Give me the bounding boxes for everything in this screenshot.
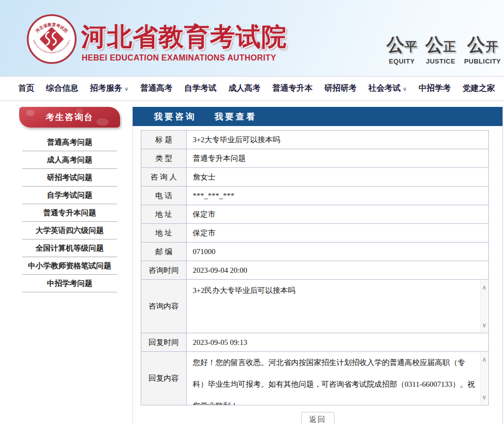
row-label: 地 址 — [141, 205, 187, 224]
nav-item-label: 普通高考 — [140, 84, 173, 92]
sidebar-menu: 普通高考问题成人高考问题研招考试问题自学考试问题普通专升本问题大学英语四六级问题… — [19, 134, 120, 292]
row-label: 电 话 — [141, 187, 187, 205]
nav-item-1[interactable]: 综合信息 — [46, 83, 78, 94]
tab-1[interactable]: 我要查看 — [214, 111, 257, 123]
scroll-area[interactable]: 您好！您的留言收悉。河北省内按国家招生计划招收入学的普通高校应届高职（专科）毕业… — [187, 352, 488, 405]
table-row: 咨询时间2023-09-04 20:00 — [141, 261, 489, 280]
slogan-2: 公正JUSTICE — [425, 36, 456, 65]
sidebar-item-2[interactable]: 研招考试问题 — [22, 169, 117, 187]
sidebar-item-1[interactable]: 成人高考问题 — [22, 151, 117, 169]
nav-item-label: 中招学考 — [419, 84, 451, 92]
row-label: 咨询时间 — [141, 261, 187, 280]
row-label: 咨询内容 — [141, 280, 187, 333]
nav-item-label: 社会考试 — [368, 84, 401, 92]
nav-item-10[interactable]: 党建之家 — [463, 83, 495, 94]
main-panel: 我要咨询我要查看 标 题3+2大专毕业后可以接本吗类 型普通专升本问题咨 询 人… — [132, 107, 503, 424]
slogan-cn-char: 公 — [425, 34, 443, 55]
nav-item-6[interactable]: 普通专升本 — [272, 83, 313, 94]
table-row: 地 址保定市 — [141, 205, 489, 224]
row-label: 类 型 — [141, 149, 187, 168]
scroll-up-icon[interactable]: ∧ — [481, 356, 488, 362]
row-label: 标 题 — [141, 131, 187, 149]
scroll-area[interactable]: 3+2民办大专毕业后可以接本吗∧∨ — [187, 280, 488, 333]
row-label: 回复内容 — [141, 352, 187, 405]
slogan-1: 公平EQUITY — [386, 36, 417, 65]
row-value: 3+2大专毕业后可以接本吗 — [187, 131, 489, 149]
slogan-cn-char: 正 — [443, 39, 456, 53]
sidebar-item-0[interactable]: 普通高考问题 — [22, 134, 117, 151]
slogan-en: EQUITY — [386, 57, 417, 65]
sidebar: 考生咨询台 普通高考问题成人高考问题研招考试问题自学考试问题普通专升本问题大学英… — [19, 107, 120, 292]
nav-item-8[interactable]: 社会考试∨ — [368, 83, 407, 94]
site-header: 河北省教育考试院 HEBEI EDUCATION EXAMINATIONS AU… — [0, 0, 504, 76]
nav-item-label: 普通专升本 — [272, 84, 313, 92]
row-value-cell: 您好！您的留言收悉。河北省内按国家招生计划招收入学的普通高校应届高职（专科）毕业… — [187, 352, 489, 405]
scroll-up-icon[interactable]: ∧ — [481, 284, 488, 290]
table-row: 类 型普通专升本问题 — [141, 149, 489, 168]
row-value: 保定市 — [187, 205, 489, 224]
site-logo-seal[interactable]: 河北省教育考试院 HEBEI EDUCATION EXAMINATIONS AU… — [26, 14, 77, 65]
slogan-cn-char: 公 — [467, 34, 485, 55]
table-row: 地 址保定市 — [141, 224, 489, 243]
nav-item-7[interactable]: 研招研考 — [324, 83, 357, 94]
slogan-en: PUBLICITY — [464, 57, 501, 65]
nav-item-2[interactable]: 招考服务∨ — [90, 83, 129, 94]
row-label: 邮 编 — [141, 243, 187, 261]
scrollbar[interactable]: ∧∨ — [480, 280, 488, 332]
row-label: 回复时间 — [141, 333, 187, 352]
slogan-cn: 公平 — [386, 36, 417, 57]
nav-item-9[interactable]: 中招学考 — [419, 83, 451, 94]
row-label: 地 址 — [141, 224, 187, 243]
nav-item-label: 研招研考 — [324, 84, 357, 92]
sidebar-item-3[interactable]: 自学考试问题 — [22, 187, 117, 204]
table-row: 回复时间2023-09-05 09:13 — [141, 333, 489, 352]
slogan-en: JUSTICE — [425, 57, 456, 65]
scroll-down-icon[interactable]: ∨ — [481, 322, 488, 328]
chevron-down-icon: ∨ — [403, 86, 407, 92]
sidebar-item-4[interactable]: 普通专升本问题 — [22, 204, 117, 222]
consultation-detail-table: 标 题3+2大专毕业后可以接本吗类 型普通专升本问题咨 询 人詹女士电 话***… — [141, 130, 489, 405]
detail-table-body: 标 题3+2大专毕业后可以接本吗类 型普通专升本问题咨 询 人詹女士电 话***… — [141, 131, 489, 405]
slogan-group: 公平EQUITY公正JUSTICE公开PUBLICITY — [386, 36, 501, 65]
nav-item-label: 综合信息 — [46, 84, 78, 92]
page: 河北省教育考试院 HEBEI EDUCATION EXAMINATIONS AU… — [0, 0, 504, 424]
sidebar-item-5[interactable]: 大学英语四六级问题 — [22, 222, 117, 239]
chevron-down-icon: ∨ — [125, 86, 129, 92]
sidebar-item-7[interactable]: 中小学教师资格笔试问题 — [22, 257, 117, 275]
nav-item-label: 党建之家 — [463, 84, 495, 92]
sidebar-title: 考生咨询台 — [19, 107, 120, 128]
row-value: 您好！您的留言收悉。河北省内按国家招生计划招收入学的普通高校应届高职（专科）毕业… — [187, 352, 480, 405]
nav-item-0[interactable]: 首页 — [18, 83, 34, 94]
nav-item-5[interactable]: 成人高考 — [228, 83, 260, 94]
table-row: 回复内容您好！您的留言收悉。河北省内按国家招生计划招收入学的普通高校应届高职（专… — [141, 352, 489, 405]
scroll-down-icon[interactable]: ∨ — [481, 394, 488, 400]
slogan-cn-char: 公 — [386, 34, 405, 55]
row-value: 3+2民办大专毕业后可以接本吗 — [187, 280, 480, 333]
nav-item-3[interactable]: 普通高考 — [140, 83, 173, 94]
scrollbar[interactable]: ∧∨ — [480, 352, 488, 404]
table-row: 标 题3+2大专毕业后可以接本吗 — [141, 131, 489, 149]
tab-bar: 我要咨询我要查看 — [133, 107, 502, 126]
nav-item-label: 首页 — [18, 84, 34, 92]
row-value-cell: 3+2民办大专毕业后可以接本吗∧∨ — [187, 280, 489, 333]
main-nav: 首页综合信息招考服务∨普通高考自学考试成人高考普通专升本研招研考社会考试∨中招学… — [0, 76, 504, 101]
nav-item-label: 招考服务 — [90, 84, 123, 92]
tab-0[interactable]: 我要咨询 — [154, 111, 196, 123]
table-row: 邮 编071000 — [141, 243, 489, 261]
row-value: ***_***_*** — [187, 187, 489, 205]
row-value: 2023-09-04 20:00 — [187, 261, 489, 280]
table-row: 电 话***_***_*** — [141, 187, 489, 205]
nav-item-label: 成人高考 — [228, 84, 260, 92]
row-value: 保定市 — [187, 224, 489, 243]
slogan-3: 公开PUBLICITY — [464, 36, 501, 65]
nav-item-4[interactable]: 自学考试 — [184, 83, 216, 94]
slogan-cn: 公开 — [464, 36, 501, 57]
nav-item-label: 自学考试 — [184, 84, 216, 92]
sidebar-item-8[interactable]: 中招学考问题 — [22, 275, 117, 292]
table-row: 咨 询 人詹女士 — [141, 168, 489, 187]
back-button[interactable]: 返回 — [301, 412, 334, 424]
sidebar-item-6[interactable]: 全国计算机等级问题 — [22, 239, 117, 257]
row-label: 咨 询 人 — [141, 168, 187, 187]
site-subtitle: HEBEI EDUCATION EXAMINATIONS AUTHORITY — [82, 53, 276, 63]
row-value: 071000 — [187, 243, 489, 261]
